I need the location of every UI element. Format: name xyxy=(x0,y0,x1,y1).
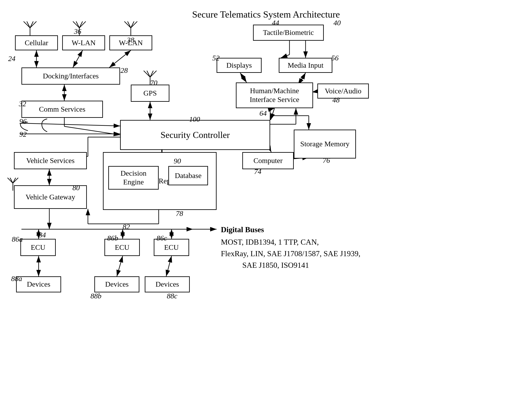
ref-96: 96 xyxy=(19,117,27,125)
box-storage-memory: Storage Memory xyxy=(294,130,356,158)
box-voice-audio: Voice/Audio xyxy=(317,84,369,99)
ref-90: 90 xyxy=(174,157,181,165)
svg-line-28 xyxy=(73,50,82,68)
svg-line-26 xyxy=(13,178,18,183)
box-wlan1: W-LAN xyxy=(62,35,105,50)
box-gps: GPS xyxy=(131,85,169,102)
diagram: Secure Telematics System Architecture Ce… xyxy=(0,0,532,407)
svg-line-53 xyxy=(270,108,274,109)
ref-88a: 88a xyxy=(11,275,22,283)
ref-78: 78 xyxy=(176,210,183,218)
ref-92: 92 xyxy=(19,130,27,138)
svg-line-6 xyxy=(30,21,36,28)
digital-buses-text: Digital Buses MOST, IDB1394, 1 TTP, CAN,… xyxy=(221,224,361,271)
svg-line-4 xyxy=(27,21,30,28)
ref-28: 28 xyxy=(121,66,128,75)
ref-88c: 88c xyxy=(167,292,177,300)
ref-44: 44 xyxy=(272,19,279,27)
svg-line-13 xyxy=(124,21,131,28)
svg-line-19 xyxy=(147,71,150,77)
ref-36: 36 xyxy=(74,27,81,36)
diagram-title: Secure Telematics System Architecture xyxy=(192,9,340,20)
ref-24: 24 xyxy=(8,55,16,63)
ref-88b: 88b xyxy=(90,292,101,300)
svg-line-67 xyxy=(271,108,274,120)
svg-line-14 xyxy=(128,21,131,28)
svg-line-20 xyxy=(150,71,153,77)
svg-line-32 xyxy=(64,126,120,135)
svg-line-23 xyxy=(8,178,13,183)
box-computer: Computer xyxy=(242,152,294,169)
svg-line-48 xyxy=(166,256,171,276)
ref-56: 56 xyxy=(331,54,339,62)
box-devices3: Devices xyxy=(145,276,190,292)
svg-line-21 xyxy=(150,71,157,77)
box-tactile-biometric: Tactile/Biometric xyxy=(253,25,324,41)
svg-line-16 xyxy=(131,21,137,28)
ref-84: 84 xyxy=(39,231,46,239)
svg-line-5 xyxy=(30,21,33,28)
box-ecu1: ECU xyxy=(20,239,56,256)
ref-74: 74 xyxy=(254,167,261,176)
box-hmi: Human/Machine Interface Service xyxy=(236,82,313,108)
svg-line-66 xyxy=(270,150,271,152)
ref-82: 82 xyxy=(123,223,130,231)
box-comm-services: Comm Services xyxy=(21,101,103,118)
ref-100: 100 xyxy=(189,115,200,123)
box-devices1: Devices xyxy=(16,276,61,292)
svg-line-54 xyxy=(240,73,247,82)
box-cellular: Cellular xyxy=(15,35,58,50)
svg-line-10 xyxy=(79,21,82,28)
ref-86a: 86a xyxy=(12,235,23,243)
box-database: Database xyxy=(168,166,208,185)
svg-line-18 xyxy=(144,71,150,77)
digital-buses-line1: MOST, IDB1394, 1 TTP, CAN, xyxy=(221,236,361,248)
box-displays: Displays xyxy=(217,58,262,73)
svg-line-24 xyxy=(10,178,13,183)
ref-76: 76 xyxy=(323,156,330,164)
box-vehicle-services: Vehicle Services xyxy=(14,152,87,169)
box-docking: Docking/Interfaces xyxy=(21,68,120,85)
ref-32: 32 xyxy=(19,100,26,108)
svg-line-8 xyxy=(73,21,79,28)
digital-buses-line2: FlexRay, LIN, SAE J1708/1587, SAE J1939, xyxy=(221,248,361,259)
ref-40: 40 xyxy=(333,19,341,27)
box-decision-engine: Decision Engine xyxy=(108,166,159,190)
digital-buses-header: Digital Buses xyxy=(221,224,361,235)
ref-70: 70 xyxy=(150,79,157,87)
ref-86c: 86c xyxy=(157,234,167,242)
ref-86b: 86b xyxy=(107,234,118,242)
box-devices2: Devices xyxy=(94,276,139,292)
ref-64: 64 xyxy=(259,109,267,117)
ref-52: 52 xyxy=(212,54,220,62)
ref-38: 38 xyxy=(127,36,134,44)
svg-line-47 xyxy=(117,256,123,276)
svg-line-29 xyxy=(109,50,131,68)
ref-80: 80 xyxy=(73,184,80,192)
box-media-input: Media Input xyxy=(279,58,332,73)
svg-line-25 xyxy=(13,178,16,183)
svg-line-39 xyxy=(20,123,120,126)
svg-line-9 xyxy=(76,21,79,28)
box-security-controller: Security Controller xyxy=(120,120,270,150)
svg-line-11 xyxy=(79,21,86,28)
ref-48: 48 xyxy=(332,96,340,104)
svg-line-3 xyxy=(24,21,30,28)
digital-buses-line3: SAE J1850, ISO9141 xyxy=(221,259,361,271)
svg-line-58 xyxy=(281,55,290,58)
svg-line-15 xyxy=(131,21,134,28)
